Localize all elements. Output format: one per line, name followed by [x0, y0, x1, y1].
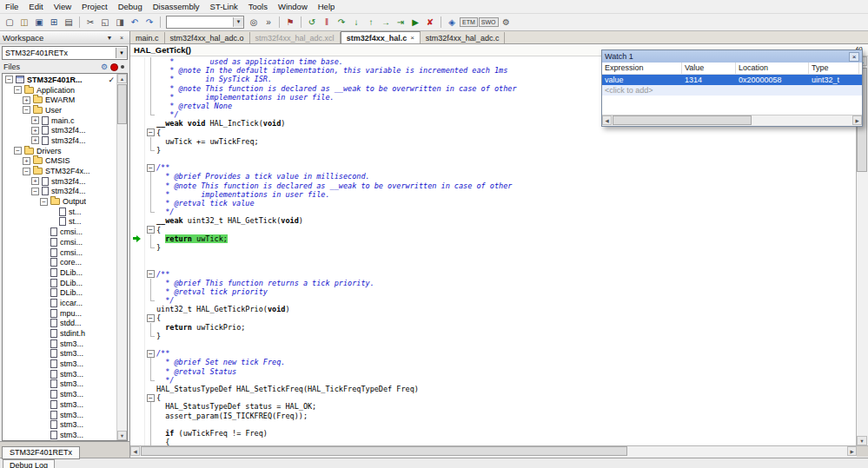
expander-minus-icon[interactable]: − — [40, 198, 48, 206]
expander-plus-icon[interactable]: + — [31, 116, 39, 124]
code-line-21[interactable]: return uwTick; — [130, 234, 856, 243]
search-combobox[interactable]: ▼ — [166, 16, 244, 29]
gutter[interactable] — [130, 438, 145, 445]
fold-margin[interactable] — [145, 252, 156, 260]
tree-item-3-user[interactable]: −User — [3, 105, 117, 115]
scroll-right-icon[interactable]: ▶ — [847, 446, 857, 456]
tree-item-25-stdint-h[interactable]: stdint.h — [3, 328, 117, 339]
code-line-40[interactable]: HAL_StatusTypeDef status = HAL_OK; — [130, 402, 856, 411]
tree-item-32-stm3[interactable]: stm3... — [3, 399, 117, 410]
fold-margin[interactable] — [145, 216, 156, 225]
tree-item-1-application[interactable]: −Application — [3, 85, 117, 96]
new-file-icon[interactable]: ▢ — [3, 16, 17, 29]
gutter[interactable] — [130, 367, 145, 376]
gutter[interactable] — [130, 340, 145, 349]
gutter[interactable] — [130, 402, 145, 411]
fold-margin[interactable] — [145, 243, 156, 252]
gutter[interactable] — [130, 358, 145, 366]
gutter[interactable] — [130, 93, 145, 102]
gutter[interactable] — [130, 252, 145, 260]
gutter[interactable] — [130, 199, 145, 208]
gutter[interactable] — [130, 129, 145, 137]
tree-item-34-stm3[interactable]: stm3... — [3, 419, 117, 430]
gutter[interactable] — [130, 260, 145, 269]
watch-column-location[interactable]: Location — [736, 63, 809, 74]
swo-trace-button[interactable]: SWO — [479, 17, 499, 27]
run-to-cursor-icon[interactable]: ⇥ — [394, 16, 407, 29]
gutter[interactable] — [130, 279, 145, 287]
fold-margin[interactable]: − — [145, 163, 156, 172]
editor-tab-main-c[interactable]: main.c — [130, 32, 165, 43]
tree-item-9-stm32f4x[interactable]: −STM32F4x... — [3, 166, 117, 176]
tree-item-15-cmsi[interactable]: cmsi... — [3, 227, 117, 237]
expander-plus-icon[interactable]: + — [31, 177, 39, 185]
fold-collapse-icon[interactable]: − — [147, 314, 155, 322]
fold-collapse-icon[interactable]: − — [147, 270, 155, 278]
gutter[interactable] — [130, 332, 145, 340]
tree-item-2-ewarm[interactable]: +EWARM — [3, 95, 117, 105]
save-all-icon[interactable]: ⊞ — [47, 16, 61, 29]
code-line-30[interactable]: −{ — [130, 313, 856, 322]
fold-margin[interactable] — [145, 402, 156, 411]
watch-titlebar[interactable]: Watch 1 × — [602, 50, 862, 63]
tree-item-16-cmsi[interactable]: cmsi... — [3, 237, 117, 247]
code-line-23[interactable] — [130, 252, 856, 260]
tree-item-6-stm32f4[interactable]: +stm32f4... — [3, 135, 117, 146]
watch-row-1[interactable]: <click to add> — [602, 85, 862, 96]
code-line-10[interactable]: uwTick += uwTickFreq; — [130, 137, 856, 146]
tree-item-8-cmsis[interactable]: +CMSIS — [3, 156, 117, 167]
tree-item-13-st[interactable]: st... — [3, 207, 117, 217]
scroll-down-icon[interactable]: ▼ — [857, 436, 867, 445]
tree-item-35-stm3[interactable]: stm3... — [3, 430, 117, 440]
menu-st-link[interactable]: ST-Link — [205, 1, 243, 12]
scroll-right-icon[interactable]: ▶ — [852, 115, 862, 125]
find-next-icon[interactable]: » — [262, 16, 275, 29]
gutter[interactable] — [130, 393, 145, 402]
code-line-34[interactable]: −/** — [130, 349, 856, 358]
expander-minus-icon[interactable]: − — [31, 188, 39, 195]
tree-item-7-drivers[interactable]: −Drivers — [3, 146, 117, 156]
tree-item-22-iccar[interactable]: iccar... — [3, 298, 117, 308]
fold-margin[interactable] — [145, 66, 156, 75]
fold-margin[interactable] — [145, 172, 156, 181]
gutter[interactable] — [130, 110, 145, 119]
fold-collapse-icon[interactable]: − — [147, 394, 155, 402]
gutter[interactable] — [130, 243, 145, 252]
expander-minus-icon[interactable]: − — [14, 147, 22, 155]
watch-row-0[interactable]: value13140x20000058uint32_t — [602, 75, 862, 85]
scroll-down-icon[interactable]: ▼ — [117, 431, 127, 440]
fold-margin[interactable]: − — [145, 313, 156, 322]
tree-item-4-main-c[interactable]: +main.c — [3, 115, 117, 126]
tree-item-21-dlib[interactable]: DLib... — [3, 287, 117, 298]
gutter[interactable] — [130, 412, 145, 420]
gutter[interactable] — [130, 57, 145, 66]
expander-plus-icon[interactable]: + — [23, 157, 30, 165]
tree-item-11-stm32f4[interactable]: −stm32f4... — [3, 187, 117, 197]
tree-item-19-dlib[interactable]: DLib... — [3, 267, 117, 278]
fold-margin[interactable] — [145, 332, 156, 340]
watch-scrollbar[interactable]: ◀ ▶ — [602, 115, 862, 126]
fold-margin[interactable] — [145, 57, 156, 66]
next-statement-icon[interactable]: → — [379, 16, 393, 29]
gutter[interactable] — [130, 349, 145, 358]
scrollbar-thumb[interactable] — [613, 115, 752, 125]
config-select[interactable]: STM32F401RETx ▼ — [2, 46, 128, 60]
code-line-33[interactable] — [130, 340, 856, 349]
editor-tab-stm32f4xx-hal-adc-o[interactable]: stm32f4xx_hal_adc.o — [165, 32, 250, 43]
tree-item-33-stm3[interactable]: stm3... — [3, 410, 117, 420]
fold-margin[interactable] — [145, 358, 156, 366]
fold-margin[interactable] — [145, 199, 156, 208]
editor-hscrollbar[interactable]: ◀ ▶ — [130, 445, 868, 458]
open-file-icon[interactable]: ◫ — [17, 16, 31, 29]
menu-tools[interactable]: Tools — [243, 1, 273, 12]
close-icon[interactable]: × — [116, 33, 127, 43]
fold-margin[interactable] — [145, 137, 156, 146]
gutter[interactable] — [130, 234, 145, 243]
editor-tab-stm32f4xx-hal-adc-xcl[interactable]: stm32f4xx_hal_adc.xcl — [250, 32, 341, 43]
scrollbar-thumb[interactable] — [141, 446, 627, 456]
fold-margin[interactable] — [145, 305, 156, 313]
gutter[interactable] — [130, 385, 145, 393]
code-line-12[interactable] — [130, 155, 856, 163]
macro-settings-icon[interactable]: ◈ — [445, 16, 459, 29]
tree-item-18-core[interactable]: core... — [3, 257, 117, 267]
